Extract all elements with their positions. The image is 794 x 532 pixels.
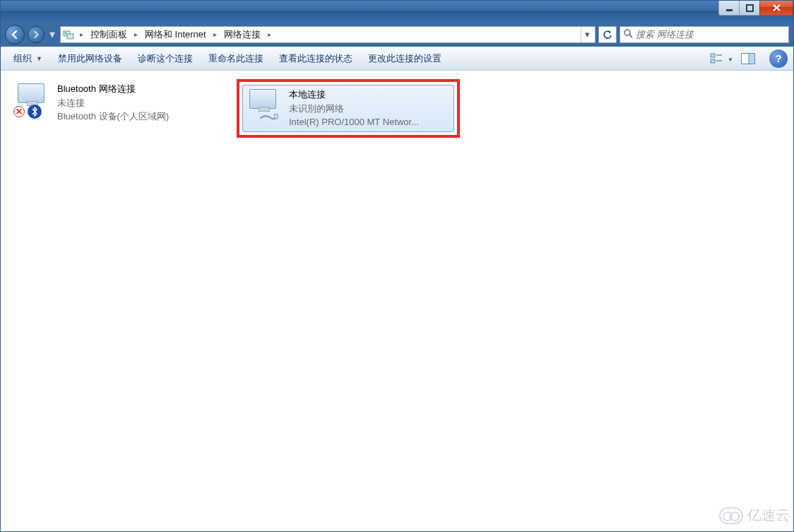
lan-connection-icon (245, 88, 282, 124)
search-box[interactable] (620, 26, 789, 43)
connection-item-lan[interactable]: 本地连接 未识别的网络 Intel(R) PRO/1000 MT Networ.… (242, 85, 454, 132)
svg-rect-12 (749, 53, 755, 64)
chevron-right-icon: ▸ (78, 30, 85, 38)
connection-title: 本地连接 (289, 88, 419, 102)
connections-view: ✕ Bluetooth 网络连接 未连接 Bluetooth 设备(个人区域网) (1, 71, 793, 531)
svg-rect-7 (711, 54, 715, 57)
navigation-bar: ▾ ▸ 控制面板 ▸ 网络和 Internet ▸ 网络连接 ▸ ▾ (1, 22, 793, 47)
watermark: 亿速云 (719, 506, 790, 525)
toolbar-label: 组织 (13, 52, 32, 65)
svg-rect-1 (747, 5, 753, 11)
search-input[interactable] (636, 29, 786, 40)
refresh-button[interactable] (598, 26, 617, 43)
svg-rect-3 (67, 34, 73, 39)
change-settings-button[interactable]: 更改此连接的设置 (361, 49, 449, 68)
location-icon (62, 28, 75, 41)
svg-rect-8 (711, 59, 715, 63)
minimize-button[interactable] (718, 1, 740, 16)
chevron-right-icon: ▸ (266, 30, 273, 38)
help-button[interactable]: ? (769, 49, 788, 68)
disconnected-x-icon: ✕ (13, 106, 25, 117)
back-button[interactable] (5, 25, 25, 45)
chevron-right-icon: ▸ (211, 30, 219, 38)
bluetooth-icon (28, 105, 42, 119)
view-options-button[interactable]: ▼ (704, 50, 728, 67)
connection-status: 未识别的网络 (289, 102, 419, 116)
diagnose-button[interactable]: 诊断这个连接 (131, 49, 200, 68)
ethernet-cable-icon (258, 113, 279, 123)
search-icon (623, 28, 633, 41)
forward-button[interactable] (28, 26, 45, 43)
watermark-text: 亿速云 (747, 506, 790, 525)
connection-device: Bluetooth 设备(个人区域网) (57, 110, 169, 124)
bluetooth-connection-icon: ✕ (13, 82, 50, 119)
toolbar: 组织▼ 禁用此网络设备 诊断这个连接 重命名此连接 查看此连接的状态 更改此连接… (1, 47, 793, 71)
connection-title: Bluetooth 网络连接 (57, 82, 169, 96)
preview-pane-button[interactable] (738, 50, 758, 67)
disable-device-button[interactable]: 禁用此网络设备 (51, 49, 129, 68)
organize-menu[interactable]: 组织▼ (6, 49, 49, 68)
breadcrumb-item[interactable]: 控制面板 (88, 28, 129, 41)
svg-line-6 (629, 35, 632, 37)
window-buttons (719, 1, 793, 16)
connection-status: 未连接 (57, 96, 169, 110)
watermark-logo-icon (719, 507, 743, 524)
chevron-right-icon: ▸ (132, 30, 140, 38)
address-bar[interactable]: ▸ 控制面板 ▸ 网络和 Internet ▸ 网络连接 ▸ ▾ (60, 26, 596, 43)
view-status-button[interactable]: 查看此连接的状态 (272, 49, 360, 68)
rename-button[interactable]: 重命名此连接 (201, 49, 271, 68)
svg-rect-0 (726, 9, 733, 11)
connection-device: Intel(R) PRO/1000 MT Networ... (289, 115, 419, 129)
svg-rect-13 (275, 114, 278, 119)
titlebar (1, 1, 793, 22)
svg-point-5 (624, 30, 630, 35)
breadcrumb-item[interactable]: 网络连接 (222, 28, 263, 41)
nav-history-dropdown[interactable]: ▾ (47, 25, 57, 45)
explorer-window: ▾ ▸ 控制面板 ▸ 网络和 Internet ▸ 网络连接 ▸ ▾ (0, 0, 794, 532)
highlight-annotation: 本地连接 未识别的网络 Intel(R) PRO/1000 MT Networ.… (237, 79, 460, 138)
breadcrumb-item[interactable]: 网络和 Internet (143, 28, 208, 41)
maximize-button[interactable] (739, 1, 760, 16)
svg-point-4 (65, 32, 66, 33)
connection-item-bluetooth[interactable]: ✕ Bluetooth 网络连接 未连接 Bluetooth 设备(个人区域网) (11, 79, 223, 126)
close-button[interactable] (759, 1, 793, 16)
address-dropdown[interactable]: ▾ (581, 27, 593, 42)
